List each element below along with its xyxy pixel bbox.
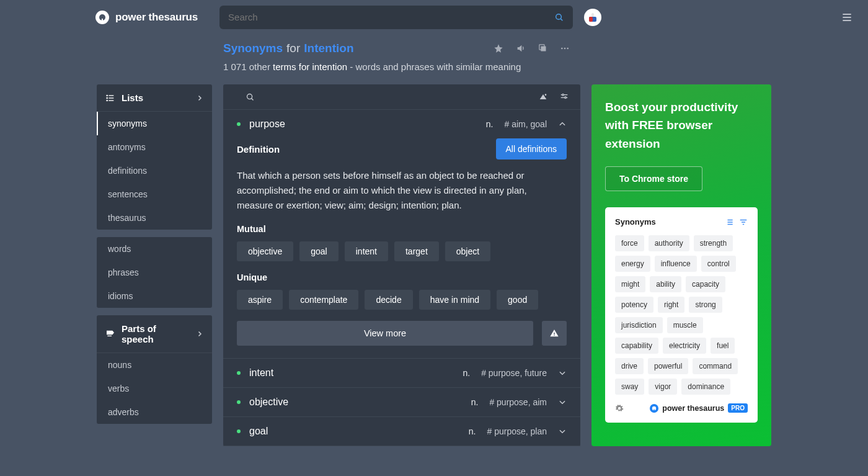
panel-head-lists[interactable]: Lists: [97, 84, 212, 112]
svg-point-19: [107, 95, 107, 96]
chip-capability[interactable]: capability: [615, 338, 658, 354]
chip-contemplate[interactable]: contemplate: [289, 290, 358, 310]
result-word[interactable]: goal: [249, 426, 268, 437]
svg-point-24: [545, 94, 547, 96]
chip-sway[interactable]: sway: [615, 379, 644, 395]
chip-energy[interactable]: energy: [615, 256, 650, 272]
result-tags[interactable]: # purpose, aim: [489, 397, 547, 407]
page-title-word[interactable]: Intention: [304, 42, 353, 55]
definition-text: That which a person sets before himself …: [237, 168, 567, 213]
chevron-up-icon[interactable]: [558, 120, 567, 128]
chip-electricity[interactable]: electricity: [663, 338, 706, 354]
chip-dominance[interactable]: dominance: [681, 379, 730, 395]
preview-gear-icon: [615, 404, 624, 413]
menu-icon[interactable]: [841, 11, 853, 24]
chip-goal[interactable]: goal: [299, 241, 338, 261]
search-icon[interactable]: [554, 12, 564, 22]
svg-rect-2: [102, 19, 103, 24]
chevron-down-icon[interactable]: [558, 427, 567, 436]
pos-label: Parts of speech: [122, 323, 190, 344]
svg-line-23: [252, 98, 254, 100]
list-icon: [105, 93, 115, 103]
copy-icon[interactable]: [538, 43, 547, 53]
sound-icon[interactable]: [516, 43, 526, 53]
report-button[interactable]: [542, 321, 567, 346]
avatar[interactable]: [584, 9, 601, 26]
chip-command[interactable]: command: [693, 358, 738, 374]
chip-good[interactable]: good: [497, 290, 538, 310]
sidebar-item-sentences[interactable]: sentences: [97, 182, 212, 206]
subtitle: 1 071 other terms for intention - words …: [223, 61, 868, 72]
chip-muscle[interactable]: muscle: [667, 317, 703, 333]
chip-objective[interactable]: objective: [237, 241, 293, 261]
sidebar-item-thesaurus[interactable]: thesaurus: [97, 206, 212, 230]
page-title-synonyms[interactable]: Synonyms: [223, 42, 283, 55]
chip-jurisdiction[interactable]: jurisdiction: [615, 317, 663, 333]
chip-influence[interactable]: influence: [655, 256, 697, 272]
result-pos: n.: [486, 119, 494, 129]
result-word[interactable]: purpose: [249, 119, 285, 130]
svg-rect-5: [591, 13, 594, 17]
chip-intent[interactable]: intent: [345, 241, 388, 261]
chip-have-in-mind[interactable]: have in mind: [419, 290, 490, 310]
star-icon[interactable]: [494, 43, 503, 53]
panel-head-pos[interactable]: Parts of speech: [97, 315, 212, 353]
unique-label: Unique: [237, 272, 567, 282]
chip-vigor[interactable]: vigor: [649, 379, 677, 395]
settings-icon[interactable]: [559, 92, 569, 102]
mutual-label: Mutual: [237, 224, 567, 234]
relevance-dot: [237, 400, 241, 404]
result-pos: n.: [469, 426, 476, 436]
preview-brand: power thesaurus: [662, 404, 724, 413]
chevron-down-icon[interactable]: [558, 398, 567, 406]
result-word[interactable]: intent: [249, 367, 273, 379]
search-input[interactable]: [228, 12, 554, 22]
result-tags[interactable]: # purpose, future: [481, 368, 547, 378]
sidebar-item-verbs[interactable]: verbs: [97, 377, 212, 400]
sidebar-item-definitions[interactable]: definitions: [97, 159, 212, 182]
chip-strength[interactable]: strength: [694, 235, 733, 251]
svg-point-21: [107, 100, 107, 101]
svg-rect-7: [589, 17, 593, 22]
sidebar-item-adverbs[interactable]: adverbs: [97, 400, 212, 424]
chip-decide[interactable]: decide: [365, 290, 412, 310]
chip-target[interactable]: target: [394, 241, 439, 261]
chip-strong[interactable]: strong: [689, 297, 722, 313]
result-pos: n.: [463, 368, 470, 378]
result-tags[interactable]: # purpose, plan: [487, 426, 547, 436]
result-word[interactable]: objective: [249, 397, 288, 408]
sidebar-item-synonyms[interactable]: synonyms: [97, 112, 212, 135]
chip-potency[interactable]: potency: [615, 297, 653, 313]
chip-fuel[interactable]: fuel: [711, 338, 735, 354]
promo-title: Boost your productivity with FREE browse…: [605, 98, 758, 153]
chip-drive[interactable]: drive: [615, 358, 644, 374]
relevance-dot: [237, 122, 241, 126]
relevance-dot: [237, 371, 241, 375]
sidebar-item-idioms[interactable]: idioms: [97, 284, 212, 308]
chip-force[interactable]: force: [615, 235, 644, 251]
chip-right[interactable]: right: [658, 297, 684, 313]
chip-authority[interactable]: authority: [649, 235, 689, 251]
more-icon[interactable]: [560, 43, 570, 53]
chip-capacity[interactable]: capacity: [686, 276, 725, 292]
brand[interactable]: power thesaurus: [95, 11, 198, 24]
sidebar-item-antonyms[interactable]: antonyms: [97, 135, 212, 159]
chevron-down-icon[interactable]: [558, 369, 567, 377]
chip-control[interactable]: control: [701, 256, 736, 272]
definition-label: Definition: [237, 144, 280, 155]
promo-cta-button[interactable]: To Chrome store: [605, 166, 702, 191]
chip-object[interactable]: object: [445, 241, 490, 261]
search-results-icon[interactable]: [246, 92, 255, 102]
search-input-wrapper[interactable]: [219, 6, 573, 29]
sidebar-item-words[interactable]: words: [97, 237, 212, 261]
result-tags[interactable]: # aim, goal: [505, 119, 547, 129]
chip-powerful[interactable]: powerful: [648, 358, 688, 374]
chip-aspire[interactable]: aspire: [237, 290, 283, 310]
all-definitions-button[interactable]: All definitions: [496, 138, 567, 159]
sidebar-item-nouns[interactable]: nouns: [97, 353, 212, 377]
chip-might[interactable]: might: [615, 276, 645, 292]
view-more-button[interactable]: View more: [237, 321, 533, 346]
view-icon[interactable]: [538, 92, 548, 102]
chip-ability[interactable]: ability: [650, 276, 681, 292]
sidebar-item-phrases[interactable]: phrases: [97, 261, 212, 284]
